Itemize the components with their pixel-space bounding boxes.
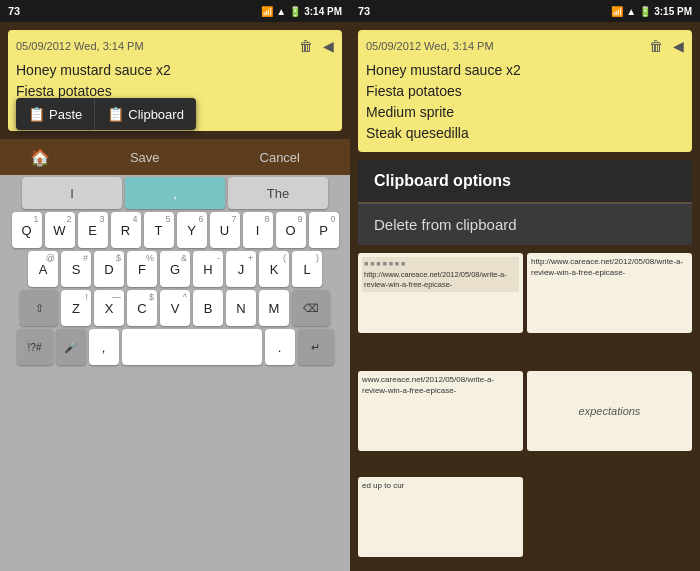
left-note-header-icons: 🗑 ◀: [299, 38, 334, 54]
left-note-header: 05/09/2012 Wed, 3:14 PM 🗑 ◀: [16, 38, 334, 54]
suggestion-The[interactable]: The: [228, 177, 328, 209]
suggestion-comma[interactable]: ,: [125, 177, 225, 209]
suggestion-I[interactable]: I: [22, 177, 122, 209]
clipboard-icon: 📋: [107, 106, 124, 122]
right-note-area: 05/09/2012 Wed, 3:14 PM 🗑 ◀ Honey mustar…: [358, 30, 692, 152]
clipboard-options-header: Clipboard options: [358, 160, 692, 202]
return-key[interactable]: ↵: [298, 329, 334, 365]
key-Y[interactable]: 6Y: [177, 212, 207, 248]
right-delete-icon[interactable]: 🗑: [649, 38, 663, 54]
suggestions-bar: I , The: [3, 177, 347, 209]
clipboard-card-1-text: ■ ■ ■ ■ ■ ■ ■ http://www.careace.net/201…: [362, 257, 519, 292]
wifi-icon: 📶: [261, 6, 273, 17]
mic-key[interactable]: 🎤: [56, 329, 86, 365]
save-button[interactable]: Save: [110, 146, 180, 169]
key-Q[interactable]: 1Q: [12, 212, 42, 248]
right-back-icon[interactable]: ◀: [673, 38, 684, 54]
keyboard-row-2: @A #S $D %F &G -H +J (K )L: [3, 251, 347, 287]
right-note-content: Honey mustard sauce x2 Fiesta potatoes M…: [366, 60, 684, 144]
right-note-line-2: Fiesta potatoes: [366, 81, 684, 102]
clipboard-card-2[interactable]: http://www.careace.net/2012/05/08/write-…: [527, 253, 692, 333]
key-J[interactable]: +J: [226, 251, 256, 287]
key-P[interactable]: 0P: [309, 212, 339, 248]
keyboard-row-4: !?# 🎤 , . ↵: [3, 329, 347, 365]
right-note-date: 05/09/2012 Wed, 3:14 PM: [366, 40, 494, 52]
right-status-icons: 📶 ▲ 🔋 3:15 PM: [611, 6, 692, 17]
key-M[interactable]: M: [259, 290, 289, 326]
key-D[interactable]: $D: [94, 251, 124, 287]
clipboard-label: Clipboard: [128, 107, 184, 122]
right-battery: 73: [358, 5, 370, 17]
clipboard-card-1[interactable]: ■ ■ ■ ■ ■ ■ ■ http://www.careace.net/201…: [358, 253, 523, 333]
right-battery-icon: 🔋: [639, 6, 651, 17]
back-icon[interactable]: ◀: [323, 38, 334, 54]
left-phone-panel: 73 📶 ▲ 🔋 3:14 PM 05/09/2012 Wed, 3:14 PM…: [0, 0, 350, 571]
backspace-key[interactable]: ⌫: [292, 290, 330, 326]
key-A[interactable]: @A: [28, 251, 58, 287]
clipboard-menu-item[interactable]: 📋 Clipboard: [95, 98, 196, 130]
paste-label: Paste: [49, 107, 82, 122]
key-E[interactable]: 3E: [78, 212, 108, 248]
key-O[interactable]: 9O: [276, 212, 306, 248]
right-note-line-3: Medium sprite: [366, 102, 684, 123]
period-key[interactable]: .: [265, 329, 295, 365]
right-time: 3:15 PM: [654, 6, 692, 17]
keyboard-row-3: ⇧ !Z —X $C ^V B N M ⌫: [3, 290, 347, 326]
right-signal-icon: ▲: [626, 6, 636, 17]
right-wifi-icon: 📶: [611, 6, 623, 17]
battery-icon: 🔋: [289, 6, 301, 17]
delete-clipboard-item[interactable]: Delete from clipboard: [358, 203, 692, 245]
right-note-header-icons: 🗑 ◀: [649, 38, 684, 54]
note-line-1: Honey mustard sauce x2: [16, 60, 334, 81]
left-status-bar: 73 📶 ▲ 🔋 3:14 PM: [0, 0, 350, 22]
key-V[interactable]: ^V: [160, 290, 190, 326]
key-N[interactable]: N: [226, 290, 256, 326]
key-H[interactable]: -H: [193, 251, 223, 287]
right-note-line-4: Steak quesedilla: [366, 123, 684, 144]
clipboard-card-4[interactable]: expectations: [527, 371, 692, 451]
left-time: 3:14 PM: [304, 6, 342, 17]
clipboard-card-2-text: http://www.careace.net/2012/05/08/write-…: [531, 257, 688, 279]
home-icon[interactable]: 🏠: [30, 148, 50, 167]
space-key[interactable]: [122, 329, 262, 365]
key-L[interactable]: )L: [292, 251, 322, 287]
signal-icon: ▲: [276, 6, 286, 17]
key-S[interactable]: #S: [61, 251, 91, 287]
key-Z[interactable]: !Z: [61, 290, 91, 326]
clipboard-card-3-text: www.careace.net/2012/05/08/write-a-revie…: [362, 375, 519, 397]
key-B[interactable]: B: [193, 290, 223, 326]
left-note-date: 05/09/2012 Wed, 3:14 PM: [16, 40, 144, 52]
left-note-area: 05/09/2012 Wed, 3:14 PM 🗑 ◀ Honey mustar…: [8, 30, 342, 131]
key-U[interactable]: 7U: [210, 212, 240, 248]
clipboard-card-3[interactable]: www.careace.net/2012/05/08/write-a-revie…: [358, 371, 523, 451]
clipboard-grid: ■ ■ ■ ■ ■ ■ ■ http://www.careace.net/201…: [350, 249, 700, 571]
symbols-key[interactable]: !?#: [17, 329, 53, 365]
delete-icon[interactable]: 🗑: [299, 38, 313, 54]
key-X[interactable]: —X: [94, 290, 124, 326]
key-I[interactable]: 8I: [243, 212, 273, 248]
key-C[interactable]: $C: [127, 290, 157, 326]
right-note-header: 05/09/2012 Wed, 3:14 PM 🗑 ◀: [366, 38, 684, 54]
key-F[interactable]: %F: [127, 251, 157, 287]
clipboard-options-title: Clipboard options: [374, 172, 511, 189]
right-note-line-1: Honey mustard sauce x2: [366, 60, 684, 81]
paste-menu-item[interactable]: 📋 Paste: [16, 98, 95, 130]
left-battery: 73: [8, 5, 20, 17]
shift-key[interactable]: ⇧: [20, 290, 58, 326]
right-phone-panel: 73 📶 ▲ 🔋 3:15 PM 05/09/2012 Wed, 3:14 PM…: [350, 0, 700, 571]
keyboard-row-numbers: 1Q 2W 3E 4R 5T 6Y 7U 8I 9O 0P: [3, 212, 347, 248]
comma-key[interactable]: ,: [89, 329, 119, 365]
clipboard-card-4-text: expectations: [579, 404, 641, 418]
key-K[interactable]: (K: [259, 251, 289, 287]
cancel-button[interactable]: Cancel: [240, 146, 320, 169]
key-W[interactable]: 2W: [45, 212, 75, 248]
key-R[interactable]: 4R: [111, 212, 141, 248]
context-menu: 📋 Paste 📋 Clipboard: [16, 98, 196, 130]
key-T[interactable]: 5T: [144, 212, 174, 248]
right-status-bar: 73 📶 ▲ 🔋 3:15 PM: [350, 0, 700, 22]
keyboard: I , The 1Q 2W 3E 4R 5T 6Y 7U 8I 9O 0P @A…: [0, 175, 350, 571]
left-status-icons: 📶 ▲ 🔋 3:14 PM: [261, 6, 342, 17]
key-G[interactable]: &G: [160, 251, 190, 287]
clipboard-card-5[interactable]: ed up to cur: [358, 477, 523, 557]
paste-icon: 📋: [28, 106, 45, 122]
